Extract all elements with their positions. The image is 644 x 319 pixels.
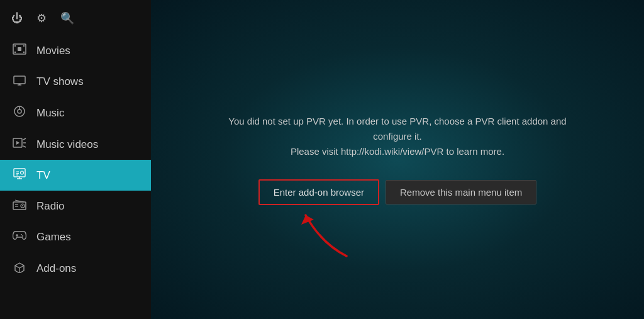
sidebar-item-tv[interactable]: TV <box>0 160 151 191</box>
pvr-message-line2: Please visit http://kodi.wiki/view/PVR t… <box>291 146 504 157</box>
sidebar-item-movies-label: Movies <box>36 45 70 57</box>
sidebar-item-addons[interactable]: Add-ons <box>0 252 151 284</box>
radio-icon <box>11 199 28 213</box>
movies-icon <box>11 43 28 58</box>
svg-rect-24 <box>13 202 26 210</box>
sidebar-item-movies[interactable]: Movies <box>0 35 151 66</box>
music-videos-icon <box>11 137 28 152</box>
power-icon[interactable]: ⏻ <box>11 12 23 25</box>
games-icon <box>11 230 28 244</box>
tv-shows-icon <box>11 74 28 89</box>
svg-point-1 <box>14 45 16 47</box>
sidebar: ⏻ ⚙ 🔍 Movies <box>0 0 151 319</box>
svg-point-33 <box>22 235 23 237</box>
tv-icon <box>11 168 28 182</box>
search-icon[interactable]: 🔍 <box>60 11 74 25</box>
svg-marker-35 <box>301 215 314 225</box>
main-content: You did not set up PVR yet. In order to … <box>151 0 644 319</box>
music-icon <box>11 105 28 121</box>
sidebar-item-tv-label: TV <box>36 169 50 182</box>
svg-rect-5 <box>18 47 21 51</box>
pvr-message-line1: You did not set up PVR yet. In order to … <box>228 116 566 142</box>
svg-point-23 <box>21 171 24 174</box>
sidebar-item-radio-label: Radio <box>36 200 64 213</box>
svg-point-2 <box>14 52 16 53</box>
sidebar-item-music[interactable]: Music <box>0 97 151 129</box>
svg-point-4 <box>23 52 25 53</box>
arrow-svg <box>296 206 359 262</box>
arrow-indicator <box>296 206 359 265</box>
sidebar-item-games-label: Games <box>36 231 71 243</box>
buttons-area: Enter add-on browser Remove this main me… <box>258 179 537 205</box>
svg-point-27 <box>22 205 23 206</box>
enter-addon-browser-button[interactable]: Enter add-on browser <box>258 179 379 205</box>
sidebar-item-tv-shows[interactable]: TV shows <box>0 66 151 97</box>
svg-line-16 <box>23 146 26 147</box>
addons-icon <box>11 260 28 276</box>
svg-line-14 <box>23 138 26 140</box>
svg-point-3 <box>23 45 25 47</box>
pvr-message: You did not set up PVR yet. In order to … <box>215 114 580 159</box>
svg-point-10 <box>18 109 21 113</box>
sidebar-top-bar: ⏻ ⚙ 🔍 <box>0 0 151 33</box>
svg-marker-13 <box>16 141 19 145</box>
remove-menu-item-button[interactable]: Remove this main menu item <box>386 180 536 204</box>
action-buttons: Enter add-on browser Remove this main me… <box>258 179 537 205</box>
settings-icon[interactable]: ⚙ <box>36 11 47 25</box>
sidebar-item-games[interactable]: Games <box>0 221 151 252</box>
sidebar-item-tv-shows-label: TV shows <box>36 76 84 88</box>
sidebar-item-music-videos-label: Music videos <box>36 138 98 151</box>
sidebar-item-radio[interactable]: Radio <box>0 191 151 221</box>
sidebar-item-addons-label: Add-ons <box>36 262 76 275</box>
svg-point-32 <box>21 234 22 235</box>
sidebar-item-music-label: Music <box>36 107 64 120</box>
sidebar-menu: Movies TV shows Music <box>0 35 151 284</box>
svg-rect-6 <box>14 76 25 84</box>
sidebar-item-music-videos[interactable]: Music videos <box>0 129 151 160</box>
